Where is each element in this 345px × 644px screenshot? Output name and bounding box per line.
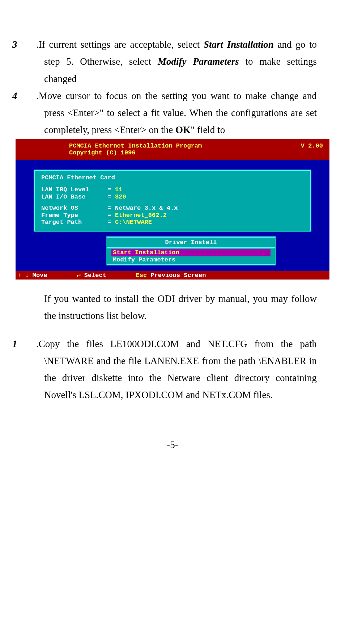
setting-label: LAN IRQ Level = bbox=[41, 186, 115, 193]
setting-value: Ethernet_802.2 bbox=[115, 212, 167, 219]
footer-previous: Previous Screen bbox=[150, 272, 206, 279]
step-3-number: 3 bbox=[28, 36, 36, 53]
manual-step-1-text: .Copy the files LE100ODI.COM and NET.CFG… bbox=[36, 338, 317, 401]
setting-label: Network OS = bbox=[41, 205, 115, 212]
panel-title: PCMCIA Ethernet Card bbox=[41, 174, 304, 182]
step-4-text-2: " field to bbox=[191, 124, 225, 135]
setting-row[interactable]: Target Path = C:\NETWARE bbox=[41, 219, 304, 226]
program-version: V 2.00 bbox=[301, 142, 323, 150]
step-3-bold-2: Modify Parameters bbox=[158, 56, 239, 67]
down-arrow-icon: ↓ bbox=[25, 272, 29, 279]
enter-icon: ↵ bbox=[77, 272, 80, 279]
ethernet-card-panel: PCMCIA Ethernet Card LAN IRQ Level = 11L… bbox=[34, 170, 311, 232]
terminal-footer: ↑ ↓ Move ↵ Select Esc Previous Screen bbox=[16, 271, 329, 280]
step-3-text-1: .If current settings are acceptable, sel… bbox=[36, 39, 204, 50]
step-4: 4.Move cursor to focus on the setting yo… bbox=[28, 88, 317, 139]
step-3: 3.If current settings are acceptable, se… bbox=[28, 36, 317, 88]
setting-row[interactable]: LAN IRQ Level = 11 bbox=[41, 186, 304, 193]
setting-row[interactable]: Network OS = Netware 3.x & 4.x bbox=[41, 205, 304, 212]
terminal-header: PCMCIA Ethernet Installation Program V 2… bbox=[16, 139, 329, 160]
setting-value: 11 bbox=[115, 186, 122, 193]
setting-label: Target Path = bbox=[41, 219, 115, 226]
setting-value: C:\NETWARE bbox=[115, 219, 152, 226]
manual-install-intro: If you wanted to install the ODI driver … bbox=[28, 290, 317, 325]
copyright-line: Copyright (C) 1996 bbox=[22, 149, 323, 157]
setting-row[interactable]: Frame Type = Ethernet_802.2 bbox=[41, 212, 304, 219]
driver-install-panel: Driver Install Start InstallationModify … bbox=[106, 236, 276, 265]
terminal-window: PCMCIA Ethernet Installation Program V 2… bbox=[16, 139, 329, 280]
page-number: -5- bbox=[28, 436, 317, 453]
program-title: PCMCIA Ethernet Installation Program bbox=[22, 142, 202, 150]
up-arrow-icon: ↑ bbox=[18, 272, 21, 279]
manual-step-1: 1.Copy the files LE100ODI.COM and NET.CF… bbox=[28, 336, 317, 404]
manual-step-1-number: 1 bbox=[28, 336, 36, 353]
footer-select: Select bbox=[84, 272, 106, 279]
footer-esc: Esc bbox=[136, 272, 147, 279]
setting-label: LAN I/O Base = bbox=[41, 193, 115, 200]
setting-value: 320 bbox=[115, 193, 126, 200]
terminal-title: PCMCIA Ethernet Installation Program V 2… bbox=[22, 142, 323, 157]
step-4-bold-1: OK bbox=[175, 124, 191, 135]
setting-label: Frame Type = bbox=[41, 212, 115, 219]
setting-row[interactable]: LAN I/O Base = 320 bbox=[41, 193, 304, 201]
step-3-bold-1: Start Installation bbox=[204, 39, 274, 50]
driver-install-title: Driver Install bbox=[107, 238, 275, 249]
footer-move: Move bbox=[33, 272, 47, 279]
driver-menu-item[interactable]: Modify Parameters bbox=[111, 256, 271, 264]
setting-value: Netware 3.x & 4.x bbox=[115, 205, 178, 212]
step-4-number: 4 bbox=[28, 88, 36, 105]
terminal-body: PCMCIA Ethernet Card LAN IRQ Level = 11L… bbox=[16, 160, 329, 271]
driver-menu-item[interactable]: Start Installation bbox=[111, 249, 271, 256]
